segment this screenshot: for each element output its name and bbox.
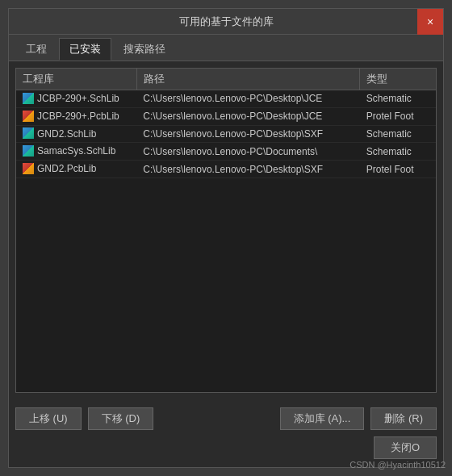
close-footer-button[interactable]: 关闭O — [374, 436, 437, 459]
cell-path: C:\Users\lenovo.Lenovo-PC\Desktop\JCE — [136, 107, 360, 125]
table-header-row: 工程库 路径 类型 — [16, 69, 436, 90]
table-body: JCBP-290+.SchLibC:\Users\lenovo.Lenovo-P… — [16, 90, 436, 178]
table-row[interactable]: JCBP-290+.SchLibC:\Users\lenovo.Lenovo-P… — [16, 90, 436, 108]
cell-path: C:\Users\lenovo.Lenovo-PC\Desktop\JCE — [136, 90, 360, 108]
table-row[interactable]: JCBP-290+.PcbLibC:\Users\lenovo.Lenovo-P… — [16, 107, 436, 125]
cell-type: Schematic — [360, 90, 436, 108]
cell-name: GND2.SchLib — [16, 125, 136, 143]
close-button[interactable]: × — [417, 9, 443, 35]
title-bar: 可用的基于文件的库 × — [9, 9, 443, 35]
header-path: 路径 — [136, 69, 360, 90]
pcb-icon — [23, 163, 34, 174]
table-row[interactable]: GND2.SchLibC:\Users\lenovo.Lenovo-PC\Des… — [16, 125, 436, 143]
library-table-container[interactable]: 工程库 路径 类型 JCBP-290+.SchLibC:\Users\lenov… — [15, 68, 437, 393]
tab-search-path[interactable]: 搜索路径 — [113, 38, 176, 61]
move-up-button[interactable]: 上移 (U) — [15, 407, 82, 430]
dialog-title: 可用的基于文件的库 — [179, 15, 274, 29]
cell-type: Protel Foot — [360, 161, 436, 178]
tab-project[interactable]: 工程 — [15, 38, 57, 61]
cell-type: Schematic — [360, 143, 436, 161]
cell-type: Schematic — [360, 125, 436, 143]
header-name: 工程库 — [16, 69, 136, 90]
cell-path: C:\Users\lenovo.Lenovo-PC\Desktop\SXF — [136, 161, 360, 178]
content-area: 工程库 路径 类型 JCBP-290+.SchLibC:\Users\lenov… — [9, 61, 443, 399]
table-row[interactable]: GND2.PcbLibC:\Users\lenovo.Lenovo-PC\Des… — [16, 161, 436, 178]
move-buttons: 上移 (U) 下移 (D) — [15, 407, 153, 430]
cell-path: C:\Users\lenovo.Lenovo-PC\Documents\ — [136, 143, 360, 161]
action-buttons: 上移 (U) 下移 (D) 添加库 (A)... 删除 (R) — [9, 399, 443, 430]
cell-name: SamacSys.SchLib — [16, 143, 136, 161]
move-down-button[interactable]: 下移 (D) — [88, 407, 154, 430]
remove-button[interactable]: 删除 (R) — [370, 407, 437, 430]
tabs-container: 工程 已安装 搜索路径 — [9, 35, 443, 61]
header-type: 类型 — [360, 69, 436, 90]
tab-installed[interactable]: 已安装 — [59, 38, 111, 61]
pcb-icon — [23, 111, 34, 122]
add-lib-button[interactable]: 添加库 (A)... — [280, 407, 365, 430]
schematic-icon — [23, 93, 34, 104]
cell-name: JCBP-290+.SchLib — [16, 90, 136, 108]
library-buttons: 添加库 (A)... 删除 (R) — [280, 407, 437, 430]
table-row[interactable]: SamacSys.SchLibC:\Users\lenovo.Lenovo-PC… — [16, 143, 436, 161]
watermark: CSDN @Hyacinth10512 — [349, 460, 446, 470]
cell-path: C:\Users\lenovo.Lenovo-PC\Desktop\SXF — [136, 125, 360, 143]
schematic-icon — [23, 127, 34, 139]
cell-type: Protel Foot — [360, 107, 436, 125]
dialog: 可用的基于文件的库 × 工程 已安装 搜索路径 工程库 路径 类型 JCBP-2… — [8, 8, 444, 468]
cell-name: JCBP-290+.PcbLib — [16, 107, 136, 125]
library-table: 工程库 路径 类型 JCBP-290+.SchLibC:\Users\lenov… — [16, 69, 436, 178]
schematic-icon — [23, 145, 34, 157]
cell-name: GND2.PcbLib — [16, 161, 136, 178]
